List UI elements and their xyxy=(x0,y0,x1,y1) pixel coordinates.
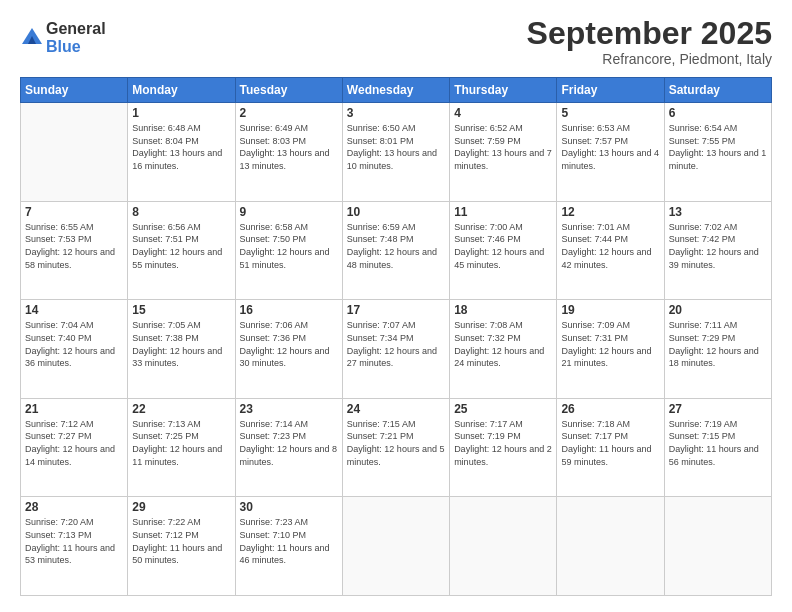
table-row: 19 Sunrise: 7:09 AM Sunset: 7:31 PM Dayl… xyxy=(557,300,664,399)
day-info: Sunrise: 6:52 AM Sunset: 7:59 PM Dayligh… xyxy=(454,122,552,172)
table-row: 7 Sunrise: 6:55 AM Sunset: 7:53 PM Dayli… xyxy=(21,201,128,300)
day-number: 17 xyxy=(347,303,445,317)
table-row: 9 Sunrise: 6:58 AM Sunset: 7:50 PM Dayli… xyxy=(235,201,342,300)
calendar-week-row: 14 Sunrise: 7:04 AM Sunset: 7:40 PM Dayl… xyxy=(21,300,772,399)
day-info: Sunrise: 6:58 AM Sunset: 7:50 PM Dayligh… xyxy=(240,221,338,271)
logo: General Blue xyxy=(20,20,106,55)
day-number: 23 xyxy=(240,402,338,416)
day-number: 28 xyxy=(25,500,123,514)
col-friday: Friday xyxy=(557,78,664,103)
calendar-table: Sunday Monday Tuesday Wednesday Thursday… xyxy=(20,77,772,596)
col-sunday: Sunday xyxy=(21,78,128,103)
table-row: 23 Sunrise: 7:14 AM Sunset: 7:23 PM Dayl… xyxy=(235,398,342,497)
day-info: Sunrise: 7:12 AM Sunset: 7:27 PM Dayligh… xyxy=(25,418,123,468)
day-number: 8 xyxy=(132,205,230,219)
day-info: Sunrise: 7:09 AM Sunset: 7:31 PM Dayligh… xyxy=(561,319,659,369)
day-info: Sunrise: 7:02 AM Sunset: 7:42 PM Dayligh… xyxy=(669,221,767,271)
day-info: Sunrise: 7:15 AM Sunset: 7:21 PM Dayligh… xyxy=(347,418,445,468)
table-row: 2 Sunrise: 6:49 AM Sunset: 8:03 PM Dayli… xyxy=(235,103,342,202)
day-info: Sunrise: 7:17 AM Sunset: 7:19 PM Dayligh… xyxy=(454,418,552,468)
col-saturday: Saturday xyxy=(664,78,771,103)
day-info: Sunrise: 7:04 AM Sunset: 7:40 PM Dayligh… xyxy=(25,319,123,369)
day-info: Sunrise: 7:23 AM Sunset: 7:10 PM Dayligh… xyxy=(240,516,338,566)
day-info: Sunrise: 7:08 AM Sunset: 7:32 PM Dayligh… xyxy=(454,319,552,369)
day-info: Sunrise: 6:55 AM Sunset: 7:53 PM Dayligh… xyxy=(25,221,123,271)
table-row xyxy=(450,497,557,596)
day-info: Sunrise: 7:01 AM Sunset: 7:44 PM Dayligh… xyxy=(561,221,659,271)
day-info: Sunrise: 7:06 AM Sunset: 7:36 PM Dayligh… xyxy=(240,319,338,369)
col-thursday: Thursday xyxy=(450,78,557,103)
day-number: 9 xyxy=(240,205,338,219)
day-info: Sunrise: 6:59 AM Sunset: 7:48 PM Dayligh… xyxy=(347,221,445,271)
day-number: 11 xyxy=(454,205,552,219)
day-number: 29 xyxy=(132,500,230,514)
day-number: 26 xyxy=(561,402,659,416)
day-number: 30 xyxy=(240,500,338,514)
logo-icon xyxy=(20,26,44,50)
logo-text: General Blue xyxy=(46,20,106,55)
table-row: 30 Sunrise: 7:23 AM Sunset: 7:10 PM Dayl… xyxy=(235,497,342,596)
day-number: 12 xyxy=(561,205,659,219)
table-row xyxy=(342,497,449,596)
day-info: Sunrise: 6:48 AM Sunset: 8:04 PM Dayligh… xyxy=(132,122,230,172)
day-number: 14 xyxy=(25,303,123,317)
day-number: 18 xyxy=(454,303,552,317)
day-info: Sunrise: 7:07 AM Sunset: 7:34 PM Dayligh… xyxy=(347,319,445,369)
table-row: 14 Sunrise: 7:04 AM Sunset: 7:40 PM Dayl… xyxy=(21,300,128,399)
day-number: 15 xyxy=(132,303,230,317)
calendar-week-row: 21 Sunrise: 7:12 AM Sunset: 7:27 PM Dayl… xyxy=(21,398,772,497)
day-info: Sunrise: 6:49 AM Sunset: 8:03 PM Dayligh… xyxy=(240,122,338,172)
table-row: 8 Sunrise: 6:56 AM Sunset: 7:51 PM Dayli… xyxy=(128,201,235,300)
day-info: Sunrise: 7:18 AM Sunset: 7:17 PM Dayligh… xyxy=(561,418,659,468)
day-number: 24 xyxy=(347,402,445,416)
calendar-week-row: 7 Sunrise: 6:55 AM Sunset: 7:53 PM Dayli… xyxy=(21,201,772,300)
day-number: 2 xyxy=(240,106,338,120)
day-number: 13 xyxy=(669,205,767,219)
table-row xyxy=(664,497,771,596)
day-number: 25 xyxy=(454,402,552,416)
table-row: 29 Sunrise: 7:22 AM Sunset: 7:12 PM Dayl… xyxy=(128,497,235,596)
day-number: 21 xyxy=(25,402,123,416)
day-info: Sunrise: 6:54 AM Sunset: 7:55 PM Dayligh… xyxy=(669,122,767,172)
day-number: 19 xyxy=(561,303,659,317)
table-row: 10 Sunrise: 6:59 AM Sunset: 7:48 PM Dayl… xyxy=(342,201,449,300)
table-row: 12 Sunrise: 7:01 AM Sunset: 7:44 PM Dayl… xyxy=(557,201,664,300)
day-info: Sunrise: 7:20 AM Sunset: 7:13 PM Dayligh… xyxy=(25,516,123,566)
day-info: Sunrise: 7:11 AM Sunset: 7:29 PM Dayligh… xyxy=(669,319,767,369)
table-row: 26 Sunrise: 7:18 AM Sunset: 7:17 PM Dayl… xyxy=(557,398,664,497)
calendar-week-row: 28 Sunrise: 7:20 AM Sunset: 7:13 PM Dayl… xyxy=(21,497,772,596)
day-number: 4 xyxy=(454,106,552,120)
table-row: 21 Sunrise: 7:12 AM Sunset: 7:27 PM Dayl… xyxy=(21,398,128,497)
day-info: Sunrise: 6:50 AM Sunset: 8:01 PM Dayligh… xyxy=(347,122,445,172)
day-number: 27 xyxy=(669,402,767,416)
table-row: 13 Sunrise: 7:02 AM Sunset: 7:42 PM Dayl… xyxy=(664,201,771,300)
col-tuesday: Tuesday xyxy=(235,78,342,103)
day-number: 7 xyxy=(25,205,123,219)
day-number: 16 xyxy=(240,303,338,317)
day-number: 3 xyxy=(347,106,445,120)
day-info: Sunrise: 6:56 AM Sunset: 7:51 PM Dayligh… xyxy=(132,221,230,271)
day-number: 20 xyxy=(669,303,767,317)
table-row: 18 Sunrise: 7:08 AM Sunset: 7:32 PM Dayl… xyxy=(450,300,557,399)
table-row: 1 Sunrise: 6:48 AM Sunset: 8:04 PM Dayli… xyxy=(128,103,235,202)
col-monday: Monday xyxy=(128,78,235,103)
col-wednesday: Wednesday xyxy=(342,78,449,103)
table-row: 22 Sunrise: 7:13 AM Sunset: 7:25 PM Dayl… xyxy=(128,398,235,497)
calendar-week-row: 1 Sunrise: 6:48 AM Sunset: 8:04 PM Dayli… xyxy=(21,103,772,202)
calendar-header-row: Sunday Monday Tuesday Wednesday Thursday… xyxy=(21,78,772,103)
table-row xyxy=(21,103,128,202)
table-row: 4 Sunrise: 6:52 AM Sunset: 7:59 PM Dayli… xyxy=(450,103,557,202)
day-info: Sunrise: 6:53 AM Sunset: 7:57 PM Dayligh… xyxy=(561,122,659,172)
day-info: Sunrise: 7:05 AM Sunset: 7:38 PM Dayligh… xyxy=(132,319,230,369)
table-row: 15 Sunrise: 7:05 AM Sunset: 7:38 PM Dayl… xyxy=(128,300,235,399)
location-title: Refrancore, Piedmont, Italy xyxy=(527,51,772,67)
day-number: 6 xyxy=(669,106,767,120)
day-number: 10 xyxy=(347,205,445,219)
page: General Blue September 2025 Refrancore, … xyxy=(0,0,792,612)
title-block: September 2025 Refrancore, Piedmont, Ita… xyxy=(527,16,772,67)
month-title: September 2025 xyxy=(527,16,772,51)
day-number: 22 xyxy=(132,402,230,416)
table-row: 20 Sunrise: 7:11 AM Sunset: 7:29 PM Dayl… xyxy=(664,300,771,399)
header: General Blue September 2025 Refrancore, … xyxy=(20,16,772,67)
day-number: 1 xyxy=(132,106,230,120)
